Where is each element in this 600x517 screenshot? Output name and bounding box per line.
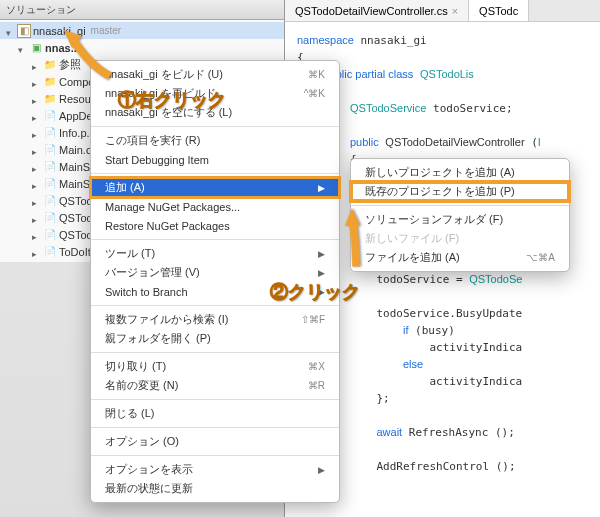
disclosure-icon[interactable] — [32, 213, 41, 222]
cs-icon: 📄 — [43, 211, 57, 225]
cs-icon: 📄 — [43, 143, 57, 157]
cs-icon: 📄 — [43, 228, 57, 242]
disclosure-icon[interactable] — [32, 111, 41, 120]
menu-find-files[interactable]: 複数ファイルから検索 (I)⇧⌘F — [91, 310, 339, 329]
solution-icon: ◧ — [17, 24, 31, 38]
solution-root[interactable]: ◧ nnasaki_gi master — [0, 22, 284, 39]
solution-header: ソリューション — [0, 0, 284, 20]
menu-options[interactable]: オプション (O) — [91, 432, 339, 451]
file-icon: 📄 — [43, 160, 57, 174]
cs-icon: 📄 — [43, 245, 57, 259]
disclosure-icon[interactable] — [32, 179, 41, 188]
chevron-right-icon: ▶ — [318, 465, 325, 475]
chevron-right-icon: ▶ — [318, 183, 325, 193]
menu-separator — [91, 455, 339, 456]
menu-show-options[interactable]: オプションを表示▶ — [91, 460, 339, 479]
disclosure-icon[interactable] — [32, 94, 41, 103]
menu-close[interactable]: 閉じる (L) — [91, 404, 339, 423]
callout-text-2: ②クリック — [270, 280, 360, 304]
disclosure-icon[interactable] — [32, 247, 41, 256]
disclosure-icon[interactable] — [32, 128, 41, 137]
menu-separator — [91, 173, 339, 174]
menu-build[interactable]: nnasaki_gi をビルド (U)⌘K — [91, 65, 339, 84]
editor-tabs: QSTodoDetailViewController.cs × QSTodc — [285, 0, 600, 22]
cs-icon: 📄 — [43, 109, 57, 123]
menu-restore-nuget[interactable]: Restore NuGet Packages — [91, 216, 339, 235]
menu-manage-nuget[interactable]: Manage NuGet Packages... — [91, 197, 339, 216]
tab-label: QSTodoDetailViewController.cs — [295, 5, 448, 17]
project-icon: ▣ — [29, 41, 43, 55]
submenu-add-file[interactable]: ファイルを追加 (A)⌥⌘A — [351, 248, 569, 267]
menu-refresh[interactable]: 最新の状態に更新 — [91, 479, 339, 498]
file-icon: 📄 — [43, 177, 57, 191]
tab-todoc[interactable]: QSTodc — [469, 0, 529, 21]
menu-cut[interactable]: 切り取り (T)⌘X — [91, 357, 339, 376]
menu-separator — [91, 305, 339, 306]
project-node[interactable]: ▣ nnas... — [0, 39, 284, 56]
folder-icon: 📁 — [43, 92, 57, 106]
menu-separator — [91, 126, 339, 127]
submenu-new-project[interactable]: 新しいプロジェクトを追加 (A) — [351, 163, 569, 182]
chevron-right-icon: ▶ — [318, 268, 325, 278]
submenu-existing-project[interactable]: 既存のプロジェクトを追加 (P) — [351, 182, 569, 201]
menu-tools[interactable]: ツール (T)▶ — [91, 244, 339, 263]
disclosure-icon[interactable] — [32, 230, 41, 239]
disclosure-icon[interactable] — [32, 196, 41, 205]
menu-separator — [91, 352, 339, 353]
folder-icon: 📁 — [43, 58, 57, 72]
menu-run[interactable]: この項目を実行 (R) — [91, 131, 339, 150]
disclosure-icon[interactable] — [32, 77, 41, 86]
cs-icon: 📄 — [43, 194, 57, 208]
menu-separator — [91, 427, 339, 428]
file-icon: 📄 — [43, 126, 57, 140]
menu-separator — [91, 399, 339, 400]
menu-separator — [91, 239, 339, 240]
callout-arrow-1 — [60, 26, 120, 81]
menu-separator — [351, 205, 569, 206]
disclosure-icon[interactable] — [32, 60, 41, 69]
disclosure-icon[interactable] — [6, 26, 15, 35]
tab-label: QSTodc — [479, 5, 518, 17]
disclosure-icon[interactable] — [32, 162, 41, 171]
menu-open-parent[interactable]: 親フォルダを開く (P) — [91, 329, 339, 348]
callout-text-1: ①右クリック — [118, 88, 226, 112]
add-submenu: 新しいプロジェクトを追加 (A) 既存のプロジェクトを追加 (P) ソリューショ… — [350, 158, 570, 272]
close-icon[interactable]: × — [452, 5, 458, 17]
disclosure-icon[interactable] — [32, 145, 41, 154]
folder-icon: 📁 — [43, 75, 57, 89]
tab-detail[interactable]: QSTodoDetailViewController.cs × — [285, 0, 469, 21]
menu-add[interactable]: 追加 (A)▶ — [91, 178, 339, 197]
menu-rename[interactable]: 名前の変更 (N)⌘R — [91, 376, 339, 395]
disclosure-icon[interactable] — [18, 43, 27, 52]
menu-debug[interactable]: Start Debugging Item — [91, 150, 339, 169]
